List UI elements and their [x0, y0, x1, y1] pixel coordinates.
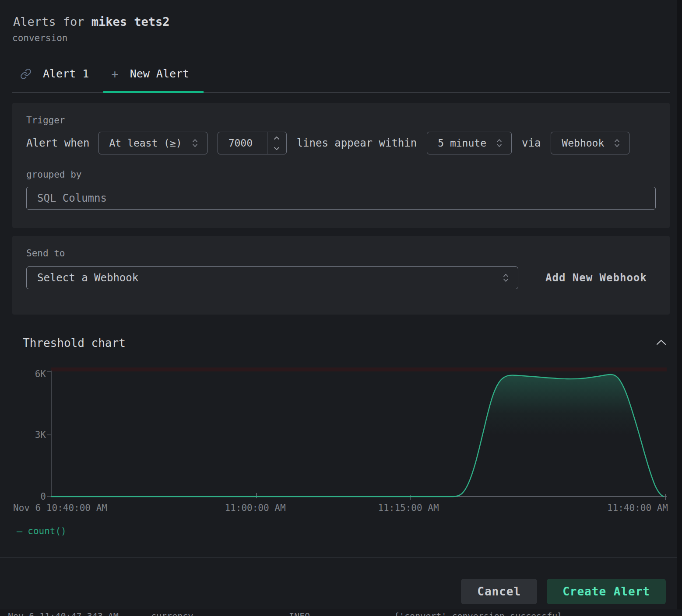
modal-footer: Cancel Create Alert — [0, 579, 666, 604]
page-title: Alerts for mikes tets2 — [13, 15, 670, 28]
log-timestamp: Nov 6 11:40:47.343 AM — [8, 611, 119, 616]
cancel-button[interactable]: Cancel — [461, 579, 537, 604]
x-tick-start: Nov 6 10:40:00 AM — [13, 503, 107, 513]
plus-icon: + — [111, 67, 118, 80]
alert-when-label: Alert when — [26, 137, 90, 149]
link-icon — [20, 68, 32, 80]
legend-series-label: count() — [28, 526, 67, 536]
threshold-value-field[interactable] — [218, 132, 267, 154]
log-level: INFO — [289, 611, 310, 616]
y-tick-6k: 6K — [13, 368, 46, 380]
tab-alert-1-label: Alert 1 — [43, 67, 89, 80]
modal-header: Alerts for mikes tets2 conversion — [13, 15, 670, 43]
condition-select[interactable]: At least (≥) — [98, 132, 207, 154]
page-right-gutter — [677, 0, 682, 616]
threshold-number-input — [218, 132, 287, 154]
webhook-select-placeholder: Select a Webhook — [37, 272, 138, 284]
chart-legend: — count() — [17, 525, 677, 536]
y-tick-0: 0 — [13, 491, 46, 502]
grouped-by-label: grouped by — [26, 169, 656, 180]
threshold-stepper — [267, 132, 286, 154]
collapse-chart-button[interactable] — [654, 338, 668, 348]
log-message: {'convert' conversion successful — [394, 611, 562, 616]
via-label: via — [522, 137, 541, 149]
send-to-row: Select a Webhook Add New Webhook — [26, 266, 656, 289]
log-service: currency — [151, 611, 193, 616]
stepper-down-button[interactable] — [267, 143, 286, 154]
channel-value: Webhook — [562, 137, 604, 149]
create-alert-button[interactable]: Create Alert — [547, 579, 666, 604]
time-window-select[interactable]: 5 minute — [427, 132, 512, 154]
send-to-label: Send to — [26, 248, 656, 259]
channel-select[interactable]: Webhook — [551, 132, 629, 154]
chevron-updown-icon — [496, 137, 503, 149]
condition-value: At least (≥) — [109, 137, 182, 149]
x-axis-labels: Nov 6 10:40:00 AM 11:00:00 AM 11:15:00 A… — [0, 503, 677, 515]
tab-alert-1[interactable]: Alert 1 — [12, 67, 103, 92]
legend-line-swatch: — — [17, 525, 22, 536]
page-subtitle: conversion — [12, 33, 670, 43]
x-tick-end: 11:40:00 AM — [607, 503, 668, 513]
trigger-section-label: Trigger — [26, 115, 656, 126]
add-new-webhook-button[interactable]: Add New Webhook — [545, 272, 647, 284]
page-title-name: mikes tets2 — [91, 15, 170, 28]
chevron-up-icon — [655, 339, 667, 346]
x-tick-1115: 11:15:00 AM — [378, 503, 439, 513]
chevron-updown-icon — [614, 137, 620, 149]
send-to-panel: Send to Select a Webhook Add New Webhook — [12, 236, 670, 315]
alerts-modal: Alerts for mikes tets2 conversion Alert … — [0, 0, 677, 609]
y-tick-3k: 3K — [13, 429, 46, 441]
count-series-area — [51, 374, 664, 497]
tab-new-alert[interactable]: + New Alert — [103, 67, 204, 92]
threshold-chart: 6K 3K 0 — [0, 364, 677, 501]
stepper-up-button[interactable] — [267, 132, 286, 143]
chevron-updown-icon — [503, 272, 509, 284]
clipped-log-row: Nov 6 11:40:47.343 AM currency INFO {'co… — [0, 609, 682, 616]
x-tick-1100: 11:00:00 AM — [225, 503, 285, 513]
threshold-band — [51, 368, 667, 371]
threshold-chart-title: Threshold chart — [23, 336, 126, 350]
time-window-value: 5 minute — [438, 137, 486, 149]
threshold-chart-header: Threshold chart — [23, 336, 668, 350]
alert-tabs: Alert 1 + New Alert — [12, 67, 670, 93]
chevron-updown-icon — [192, 137, 198, 149]
tab-new-alert-label: New Alert — [130, 67, 189, 80]
webhook-select[interactable]: Select a Webhook — [26, 266, 518, 289]
trigger-row: Alert when At least (≥) — [26, 132, 656, 154]
footer-divider — [0, 557, 677, 558]
page-title-prefix: Alerts for — [13, 15, 91, 28]
threshold-chart-plot — [0, 364, 677, 501]
grouped-by-input[interactable] — [26, 187, 656, 210]
within-label: lines appear within — [297, 137, 417, 149]
trigger-panel: Trigger Alert when At least (≥) — [12, 103, 670, 228]
